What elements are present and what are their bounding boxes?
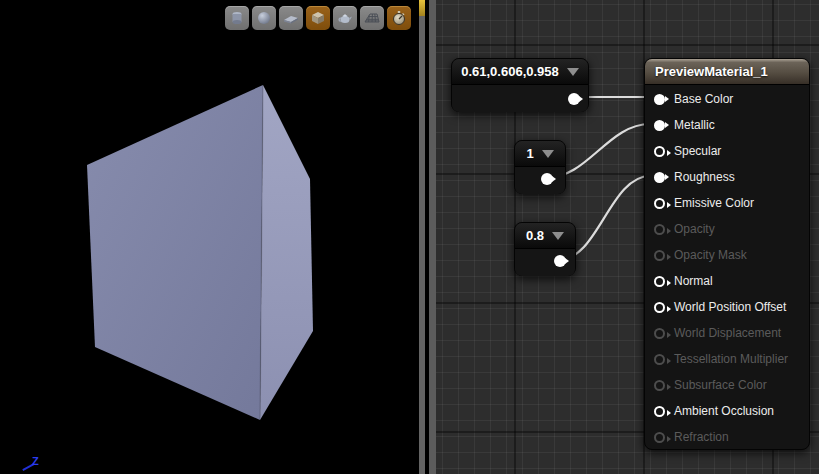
pin-opacity: Opacity (645, 216, 809, 242)
pin-tessellation-multiplier: Tessellation Multiplier (645, 346, 809, 372)
pin-world-position-offset[interactable]: World Position Offset (645, 294, 809, 320)
pin-circle-icon[interactable] (654, 172, 665, 183)
chevron-down-icon[interactable] (567, 68, 579, 76)
pin-metallic[interactable]: Metallic (645, 112, 809, 138)
material-graph-canvas[interactable]: 0.61,0.606,0.958 1 0.8 (436, 0, 819, 474)
chevron-down-icon[interactable] (542, 150, 554, 158)
preview-cube-mesh (0, 0, 419, 474)
constant3-output-pin[interactable] (568, 93, 580, 105)
panel-splitter-inner[interactable] (429, 0, 436, 474)
pin-circle-icon[interactable] (654, 120, 665, 131)
sphere-preview-button[interactable] (252, 6, 276, 30)
constant3-value: 0.61,0.606,0.958 (461, 64, 559, 79)
preview-toolbar (225, 6, 411, 30)
constant3-node-header[interactable]: 0.61,0.606,0.958 (452, 59, 588, 85)
pin-circle-icon[interactable] (654, 94, 665, 105)
stopwatch-realtime-button[interactable] (387, 6, 411, 30)
pin-circle-icon (654, 380, 665, 391)
material-node-title: PreviewMaterial_1 (655, 64, 768, 79)
constant-1-node[interactable]: 1 (514, 140, 566, 194)
plane-icon (283, 10, 299, 26)
constant08-node-header[interactable]: 0.8 (515, 223, 575, 249)
pin-circle-icon[interactable] (654, 406, 665, 417)
pin-circle-icon (654, 432, 665, 443)
pin-specular[interactable]: Specular (645, 138, 809, 164)
pin-circle-icon (654, 354, 665, 365)
pin-circle-icon (654, 328, 665, 339)
grid-icon (364, 10, 380, 26)
sphere-icon (256, 10, 272, 26)
pin-refraction: Refraction (645, 424, 809, 450)
constant3-vector-node[interactable]: 0.61,0.606,0.958 (451, 58, 589, 112)
pin-base-color[interactable]: Base Color (645, 86, 809, 112)
constant08-output-pin[interactable] (554, 255, 566, 267)
constant3-node-body (452, 85, 588, 112)
axis-gizmo: Z (22, 452, 52, 472)
cube-icon (310, 10, 326, 26)
constant1-node-body (515, 167, 565, 194)
pin-circle-icon[interactable] (654, 146, 665, 157)
material-node-header[interactable]: PreviewMaterial_1 (645, 59, 809, 85)
constant-08-node[interactable]: 0.8 (514, 222, 576, 276)
pin-circle-icon (654, 224, 665, 235)
teapot-icon (337, 10, 353, 26)
cube-preview-button[interactable] (306, 6, 330, 30)
chevron-down-icon[interactable] (552, 232, 564, 240)
plane-preview-button[interactable] (279, 6, 303, 30)
pin-ambient-occlusion[interactable]: Ambient Occlusion (645, 398, 809, 424)
constant1-output-pin[interactable] (541, 173, 553, 185)
pin-emissive-color[interactable]: Emissive Color (645, 190, 809, 216)
pin-opacity-mask: Opacity Mask (645, 242, 809, 268)
constant08-value: 0.8 (526, 228, 544, 243)
pin-circle-icon[interactable] (654, 276, 665, 287)
preview-viewport[interactable]: Z (0, 0, 419, 474)
teapot-preview-button[interactable] (333, 6, 357, 30)
grid-preview-button[interactable] (360, 6, 384, 30)
pin-circle-icon[interactable] (654, 302, 665, 313)
pin-subsurface-color: Subsurface Color (645, 372, 809, 398)
material-pin-list: Base Color Metallic Specular Roughness E… (645, 85, 809, 450)
z-axis-label: Z (32, 456, 39, 467)
constant08-node-body (515, 249, 575, 276)
pin-circle-icon (654, 250, 665, 261)
material-editor-window: Z 0.61,0.606,0.958 1 (0, 0, 819, 474)
preview-material-node[interactable]: PreviewMaterial_1 Base Color Metallic Sp… (644, 58, 810, 450)
stopwatch-icon (391, 10, 407, 26)
constant1-node-header[interactable]: 1 (515, 141, 565, 167)
pin-circle-icon[interactable] (654, 198, 665, 209)
cylinder-icon (229, 10, 245, 26)
constant1-value: 1 (526, 146, 533, 161)
pin-normal[interactable]: Normal (645, 268, 809, 294)
panel-splitter[interactable] (419, 0, 425, 474)
cylinder-preview-button[interactable] (225, 6, 249, 30)
pin-roughness[interactable]: Roughness (645, 164, 809, 190)
pin-world-displacement: World Displacement (645, 320, 809, 346)
